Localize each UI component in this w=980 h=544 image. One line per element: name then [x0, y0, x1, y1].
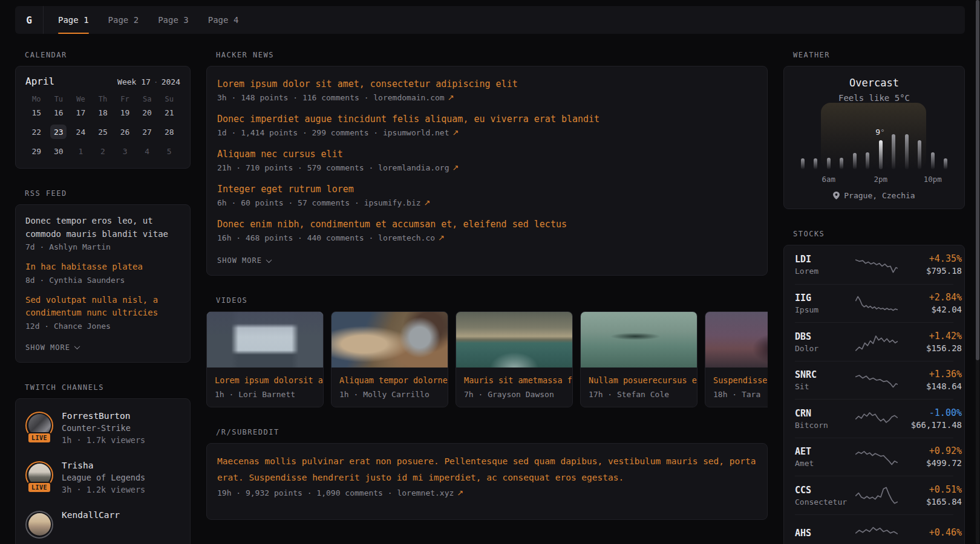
tab-page-1[interactable]: Page 1	[58, 6, 89, 34]
weather-heading: WEATHER	[793, 51, 965, 59]
tab-page-4[interactable]: Page 4	[208, 6, 239, 34]
weather-bar	[827, 158, 831, 169]
twitch-channel-info: ForrestBurtonCounter-Strike1h · 1.7k vie…	[62, 411, 145, 445]
hackernews-item-title[interactable]: Aliquam nec cursus elit	[217, 149, 343, 160]
external-link-icon: ↗	[424, 198, 431, 207]
hackernews-item-domain[interactable]: loremdomain.com	[373, 93, 444, 102]
hackernews-item-title[interactable]: Lorem ipsum dolor sit amet, consectetur …	[217, 79, 518, 89]
hackernews-widget: HACKER NEWS Lorem ipsum dolor sit amet, …	[206, 51, 768, 276]
video-title-line[interactable]: diam	[767, 375, 768, 385]
twitch-channel-game: Counter-Strike	[62, 423, 145, 433]
rss-item-title[interactable]: Donec tempor eros leo, ut commodo mauris…	[25, 215, 180, 241]
stock-sparkline	[855, 294, 898, 313]
video-title-line[interactable]: sit amet consectetu…	[298, 375, 324, 385]
weekday-label: Fr	[120, 95, 129, 103]
video-card[interactable]: Aliquam tempor dolornec pharetra…1h · Mo…	[331, 311, 448, 407]
hackernews-item-domain[interactable]: ipsumify.biz	[364, 198, 421, 207]
rss-show-more-button[interactable]: SHOW MORE	[25, 343, 79, 352]
calendar-heading: CALENDAR	[25, 51, 191, 59]
stocks-widget: STOCKS LDILorem+4.35%$795.18IIGIpsum+2.8…	[783, 230, 965, 544]
hackernews-item-domain[interactable]: loremtech.co	[378, 233, 435, 242]
video-title-line[interactable]: Mauris sit amet	[464, 375, 538, 385]
twitch-channel-row[interactable]: LIVETrishaLeague of Legends3h · 1.2k vie…	[25, 453, 180, 502]
weather-feels-like: Feels like 5°C	[796, 93, 952, 103]
stock-price: $165.84	[898, 497, 962, 507]
stock-symbol[interactable]: LDI	[795, 254, 811, 265]
stock-info: DBSDolor	[795, 331, 855, 353]
tab-page-2[interactable]: Page 2	[108, 6, 139, 34]
current-temp-label: 9°	[875, 128, 885, 137]
external-link-icon: ↗	[452, 163, 459, 172]
show-more-label: SHOW MORE	[25, 343, 70, 352]
hackernews-item-title[interactable]: Donec imperdiet augue tincidunt felis al…	[217, 114, 599, 125]
video-meta: 1h · Molly Carrillo	[339, 390, 440, 399]
stock-price: $156.28	[898, 343, 962, 353]
hackernews-show-more-button[interactable]: SHOW MORE	[217, 256, 271, 265]
hackernews-item-domain[interactable]: loremlandia.org	[378, 163, 449, 172]
hackernews-item-title[interactable]: Donec enim nibh, condimentum et accumsan…	[217, 219, 567, 230]
video-card-body: Mauris sit ametmassa felis7h · Grayson D…	[456, 368, 572, 407]
rss-card: Donec tempor eros leo, ut commodo mauris…	[15, 204, 191, 363]
video-card-body: Aliquam tempor dolornec pharetra…1h · Mo…	[332, 368, 448, 407]
scrollbar-thumb[interactable]	[976, 0, 979, 360]
stock-values: +0.46%	[898, 527, 962, 540]
weather-time-label: 10pm	[924, 175, 942, 184]
stock-symbol[interactable]: IIG	[795, 293, 811, 303]
live-badge: LIVE	[27, 432, 51, 444]
stock-symbol[interactable]: AHS	[795, 528, 811, 539]
stock-name: Lorem	[795, 267, 855, 276]
stock-symbol[interactable]: DBS	[795, 331, 811, 342]
rss-list: Donec tempor eros leo, ut commodo mauris…	[25, 215, 180, 331]
app-logo[interactable]: G	[15, 6, 44, 34]
video-title-line[interactable]: Lorem ipsum dolor	[215, 375, 298, 385]
weather-bar	[892, 134, 895, 169]
rss-item: In hac habitasse platea8d · Cynthia Saun…	[25, 261, 180, 285]
stock-symbol[interactable]: AET	[795, 446, 811, 457]
subreddit-post-title[interactable]: Maecenas mollis pulvinar erat non posuer…	[217, 453, 757, 486]
stock-values: +0.51%$165.84	[898, 484, 962, 507]
twitch-channel-viewers: 1h · 1.7k viewers	[62, 435, 145, 445]
rss-item-meta: 8d · Cynthia Saunders	[25, 276, 180, 285]
rss-item: Sed volutpat nulla nisl, a condimentum n…	[25, 294, 180, 331]
video-title-line[interactable]: Suspendisse	[713, 375, 767, 385]
video-title-line[interactable]: cursus ex	[658, 375, 697, 385]
external-link-icon: ↗	[452, 128, 459, 137]
subreddit-post-domain[interactable]: loremnet.xyz	[397, 488, 454, 497]
page-scrollbar[interactable]	[976, 0, 979, 544]
video-card[interactable]: Nullam posuerecursus ex17h · Stefan Cole	[580, 311, 697, 407]
rss-item-title[interactable]: In hac habitasse platea	[25, 261, 180, 274]
stock-symbol[interactable]: SNRC	[795, 369, 817, 380]
video-title-line[interactable]: Nullam posuere	[589, 375, 658, 385]
avatar-ring	[25, 511, 53, 539]
calendar-day: 26	[117, 125, 133, 139]
hackernews-item-domain[interactable]: ipsumworld.net	[383, 128, 449, 137]
hackernews-item-meta: 16h · 468 points · 440 comments · loremt…	[217, 233, 757, 242]
tab-page-3[interactable]: Page 3	[158, 6, 189, 34]
video-title-line[interactable]: Aliquam tempor dolor	[339, 375, 438, 385]
stock-name: Ipsum	[795, 305, 855, 314]
stock-symbol[interactable]: CCS	[795, 485, 811, 496]
video-meta: 7h · Grayson Dawson	[464, 390, 564, 399]
video-thumbnail	[456, 312, 572, 368]
video-card[interactable]: Suspendissediam18h · Tara	[705, 311, 768, 407]
hackernews-item-title[interactable]: Integer eget rutrum lorem	[217, 184, 354, 195]
hackernews-item: Lorem ipsum dolor sit amet, consectetur …	[217, 77, 757, 102]
stock-row: CRNBitcorn-1.00%$66,171.48	[795, 399, 953, 438]
rss-item-title[interactable]: Sed volutpat nulla nisl, a condimentum n…	[25, 294, 180, 320]
video-title-line[interactable]: massa felis	[538, 375, 573, 385]
right-column: WEATHER Overcast Feels like 5°C 9° 6am2p…	[783, 51, 965, 544]
stock-values: -1.00%$66,171.48	[898, 407, 962, 430]
stock-info: CCSConsectetur	[795, 484, 855, 507]
twitch-channel-viewers: 3h · 1.2k viewers	[62, 485, 145, 494]
calendar-day: 2	[94, 144, 111, 158]
video-title-line[interactable]: nec pharetra…	[438, 375, 448, 385]
stock-symbol[interactable]: CRN	[795, 408, 811, 419]
video-card[interactable]: Lorem ipsum dolorsit amet consectetu…1h …	[206, 311, 324, 407]
twitch-channel-row[interactable]: KendallCarr	[25, 502, 180, 544]
twitch-channel-row[interactable]: LIVEForrestBurtonCounter-Strike1h · 1.7k…	[25, 403, 180, 453]
calendar-day: 15	[28, 105, 45, 120]
calendar-week: Week 17·2024	[117, 77, 180, 86]
subreddit-widget: /R/SUBREDDIT Maecenas mollis pulvinar er…	[206, 428, 768, 520]
video-card[interactable]: Mauris sit ametmassa felis7h · Grayson D…	[456, 311, 573, 407]
stock-row: CCSConsectetur+0.51%$165.84	[795, 476, 953, 514]
